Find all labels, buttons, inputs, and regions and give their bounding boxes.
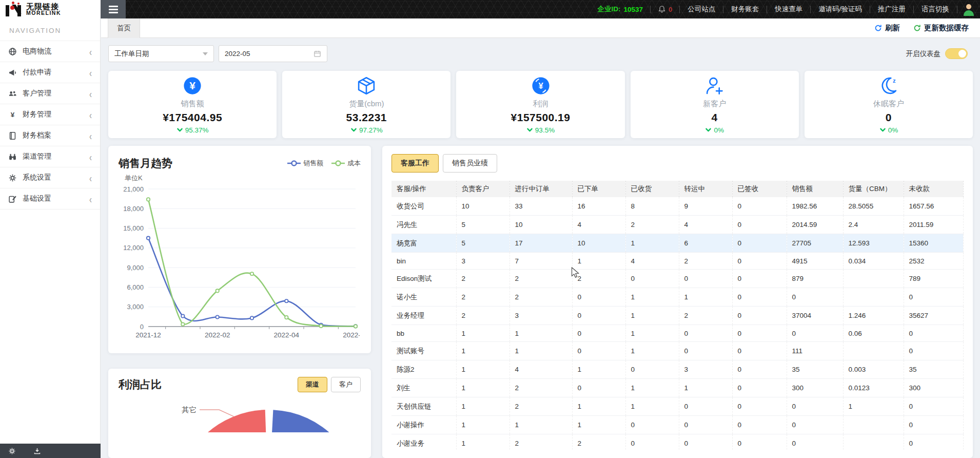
kpi-card-4: z 休眠客户 0 0%	[805, 71, 973, 138]
table-cell: 0	[679, 434, 732, 450]
table-cell: 1	[509, 342, 572, 360]
notifications-button[interactable]: 0	[651, 5, 679, 13]
table-cell: Edison测试	[391, 270, 456, 288]
table-row[interactable]: 陈源2141030350.00335	[391, 360, 964, 379]
table-row[interactable]: bin37142049150.0342532	[391, 253, 964, 270]
table-row[interactable]: 刘生1201103000.0123300	[391, 379, 964, 397]
table-cell: 0	[572, 379, 625, 397]
table-cell: 0	[732, 397, 787, 416]
table-row[interactable]: 小谢业务12200000	[391, 434, 964, 450]
user-avatar-button[interactable]	[957, 3, 980, 16]
table-row[interactable]: 冯先生51042402014.592.42011.59	[391, 216, 964, 234]
table-column-header[interactable]: 已签收	[732, 181, 787, 197]
chevron-left-icon: ‹	[89, 130, 92, 142]
table-cell: 3	[456, 253, 509, 270]
table-cell: 0	[625, 360, 679, 379]
table-cell: 0	[904, 288, 964, 307]
table-tab-1[interactable]: 销售员业绩	[443, 154, 497, 173]
navbar-item-5[interactable]: 语言切换	[914, 5, 957, 14]
enterprise-id: 企业ID: 10537	[590, 5, 650, 14]
line-chart-title: 销售月趋势	[119, 156, 172, 170]
table-column-header[interactable]: 进行中订单	[509, 181, 572, 197]
table-column-header[interactable]: 未收款	[904, 181, 964, 197]
app-logo[interactable]: 无限链接 MORELINK	[0, 0, 101, 18]
dashboard-toggle[interactable]	[945, 48, 968, 59]
table-column-header[interactable]: 客服/操作	[391, 181, 456, 197]
table-cell: 1	[625, 342, 679, 360]
table-column-header[interactable]: 负责客户	[456, 181, 509, 197]
pie-slice-0[interactable]	[268, 410, 360, 432]
table-row[interactable]: 业务经理230120370041.24635627	[391, 307, 964, 325]
table-row[interactable]: 测试账号1101001110	[391, 342, 964, 360]
table-column-header[interactable]: 销售额	[787, 181, 843, 197]
table-cell: 0	[732, 416, 787, 434]
sidebar-item-2[interactable]: 客户管理 ‹	[0, 83, 100, 104]
sidebar-item-7[interactable]: 基础设置 ‹	[0, 188, 100, 209]
sidebar-item-label: 渠道管理	[23, 152, 89, 161]
legend-item-0[interactable]: 销售额	[287, 159, 323, 168]
table-row[interactable]: 天创供应链121100010	[391, 397, 964, 416]
table-cell: 2532	[904, 253, 964, 270]
kpi-card-1: 货量(cbm) 53.2231 97.27%	[282, 71, 450, 138]
date-type-select[interactable]: 工作单日期	[108, 45, 214, 62]
table-row[interactable]: 杨竟富517101602770512.59315360	[391, 234, 964, 253]
sidebar-item-0[interactable]: 电商物流 ‹	[0, 41, 100, 62]
navbar-item-4[interactable]: 推广注册	[870, 5, 913, 14]
table-column-header[interactable]: 转运中	[679, 181, 732, 197]
table-cell: 111	[787, 342, 843, 360]
table-row[interactable]: 收货公司1033168901982.5628.50551657.56	[391, 197, 964, 216]
sidebar-item-3[interactable]: ¥ 财务管理 ‹	[0, 104, 100, 125]
top-navbar: 无限链接 MORELINK 企业ID: 10537 0 公司站点财务账套快速查单…	[0, 0, 980, 18]
table-cell: 业务经理	[391, 307, 456, 325]
table-cell: 4	[625, 253, 679, 270]
tab-home[interactable]: 首页	[108, 18, 140, 38]
sidebar-item-5[interactable]: 渠道管理 ‹	[0, 146, 100, 167]
month-picker-input[interactable]: 2022-05	[219, 45, 327, 62]
table-cell: 0	[904, 397, 964, 416]
table-row[interactable]: Edison测试222000879789	[391, 270, 964, 288]
table-row[interactable]: bb11010000.060	[391, 325, 964, 342]
table-cell: 10	[456, 197, 509, 216]
navbar-item-1[interactable]: 财务账套	[723, 5, 767, 14]
table-cell: 陈源2	[391, 360, 456, 379]
navbar-item-2[interactable]: 快速查单	[767, 5, 810, 14]
pie-mode-button-1[interactable]: 客户	[331, 377, 361, 392]
svg-text:18,000: 18,000	[123, 205, 144, 213]
table-cell: bin	[391, 253, 456, 270]
table-tab-0[interactable]: 客服工作	[391, 154, 439, 173]
sidebar-collapse-button[interactable]	[101, 0, 126, 18]
table-column-header[interactable]: 已下单	[572, 181, 625, 197]
table-cell: 300	[787, 379, 843, 397]
table-cell	[843, 270, 904, 288]
refresh-button[interactable]: 刷新	[874, 23, 900, 33]
update-cache-button[interactable]: 更新数据缓存	[913, 23, 969, 33]
table-cell: 2	[456, 307, 509, 325]
sidebar-item-1[interactable]: 付款申请 ‹	[0, 62, 100, 83]
table-cell: 33	[509, 197, 572, 216]
table-cell: 17	[509, 234, 572, 253]
chevron-down-icon	[177, 127, 183, 133]
table-cell: 1.246	[843, 307, 904, 325]
navbar-item-0[interactable]: 公司站点	[680, 5, 723, 14]
pie-mode-button-0[interactable]: 渠道	[298, 377, 327, 392]
settings-gear-icon[interactable]	[8, 447, 16, 455]
table-cell: 1	[456, 434, 509, 450]
legend-item-1[interactable]: 成本	[331, 159, 361, 168]
table-cell: 0	[732, 434, 787, 450]
sidebar-item-4[interactable]: 财务档案 ‹	[0, 125, 100, 146]
logo-subtitle: MORELINK	[26, 10, 61, 16]
table-cell: 1	[456, 416, 509, 434]
kpi-value: 0	[886, 111, 892, 124]
table-row[interactable]: 小谢操作11100000	[391, 416, 964, 434]
gear-icon	[8, 174, 17, 182]
table-cell: 0	[732, 270, 787, 288]
table-column-header[interactable]: 货量（CBM）	[843, 181, 904, 197]
sidebar-item-6[interactable]: 系统设置 ‹	[0, 167, 100, 188]
table-column-header[interactable]: 已收货	[625, 181, 679, 197]
table-row[interactable]: 诺小生22011000	[391, 288, 964, 307]
staff-stats-card: 客服工作销售员业绩 客服/操作负责客户进行中订单已下单已收货转运中已签收销售额货…	[382, 146, 973, 458]
calendar-icon	[313, 50, 321, 58]
download-icon[interactable]	[33, 447, 41, 455]
navbar-item-3[interactable]: 邀请码/验证码	[811, 5, 870, 14]
kpi-card-0: ¥ 销售额 ¥175404.95 95.37%	[108, 71, 277, 138]
